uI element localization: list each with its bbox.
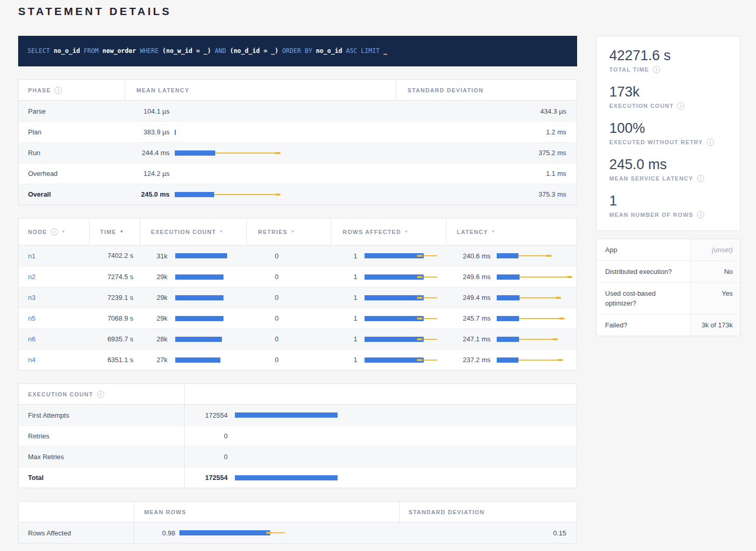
latency-value: 237.2 ms <box>446 356 491 364</box>
execution-count-title-label: EXECUTION COUNT <box>28 391 93 397</box>
rows-header-spacer <box>19 502 134 522</box>
phase-table-header: PHASE i MEAN LATENCY STANDARD DEVIATION <box>19 80 577 101</box>
execution-count-column-header[interactable]: EXECUTION COUNT ▼ <box>141 218 247 245</box>
node-link[interactable]: n3 <box>28 294 35 301</box>
info-icon[interactable]: i <box>97 391 104 398</box>
execution-count-cell: 29k <box>141 273 247 281</box>
rows-affected-cell: 1 <box>331 335 446 343</box>
main-column: SELECT no_o_id FROM new_order WHERE (no_… <box>18 36 577 544</box>
latency-bar <box>175 129 289 136</box>
count-bar <box>235 474 349 481</box>
sort-arrow-icon[interactable]: ▼ <box>119 229 123 234</box>
stat-label-text: EXECUTION COUNT <box>609 103 674 109</box>
sort-arrow-icon[interactable]: ▼ <box>290 229 295 234</box>
time-cell: 7402.2 s <box>90 245 141 266</box>
std-dev-cell: 375.3 ms <box>396 190 577 198</box>
info-icon[interactable]: i <box>54 87 62 94</box>
sql-keyword: SELECT <box>27 47 54 54</box>
sql-identifier: (no_d_id = _) <box>230 47 282 54</box>
latency-cell: 247.1 ms <box>446 335 577 343</box>
node-column-header[interactable]: NODE i ▼ <box>19 218 90 245</box>
execution-count-bar <box>175 294 247 301</box>
rows-affected-column-header[interactable]: ROWS AFFECTED ▼ <box>331 218 446 245</box>
sort-arrow-icon[interactable]: ▼ <box>219 229 223 234</box>
page-title: STATEMENT DETAILS <box>18 5 756 18</box>
execution-count-value: 31k <box>141 252 167 260</box>
latency-bar <box>175 107 289 115</box>
time-cell: 7274.5 s <box>90 267 141 287</box>
sort-arrow-icon[interactable]: ▼ <box>61 229 65 234</box>
node-row: n1 7402.2 s 31k 0 1 240.6 ms <box>19 245 577 266</box>
node-stats-table: NODE i ▼ TIME ▼ EXECUTION COUNT ▼ RETRIE… <box>18 218 577 370</box>
info-icon[interactable]: i <box>697 175 704 182</box>
latency-cell: 249.4 ms <box>446 294 577 301</box>
stat-mean-number-of-rows: 1 MEAN NUMBER OF ROWSi <box>609 193 727 218</box>
table-row: Rows Affected 0.98 0.15 <box>19 522 577 543</box>
attribute-value: No <box>690 261 740 282</box>
stat-execution-count: 173k EXECUTION COUNTi <box>609 84 727 109</box>
rows-affected-value: 1 <box>331 252 357 260</box>
node-row: n6 6935.7 s 28k 0 1 247.1 ms <box>19 328 577 349</box>
latency-column-header[interactable]: LATENCY ▼ <box>446 218 577 245</box>
sort-arrow-icon[interactable]: ▼ <box>404 229 408 234</box>
execution-count-table: EXECUTION COUNT i First Attempts 172554 … <box>18 383 577 488</box>
attribute-label: App <box>597 239 690 260</box>
table-row-overall: Overall 245.0 ms 375.3 ms <box>19 184 577 204</box>
node-link[interactable]: n2 <box>28 273 35 281</box>
time-column-header[interactable]: TIME ▼ <box>90 218 141 245</box>
node-row: n4 6351.1 s 27k 0 1 237.2 ms <box>19 349 577 370</box>
stat-label: MEAN NUMBER OF ROWSi <box>609 211 727 218</box>
info-icon[interactable]: i <box>51 228 58 236</box>
metric-label-cell: Max Retries <box>19 447 185 467</box>
rows-affected-cell: 1 <box>331 273 446 281</box>
phase-cell: Plan <box>19 128 125 136</box>
info-icon[interactable]: i <box>653 66 660 73</box>
rows-affected-value: 1 <box>331 314 357 322</box>
standard-deviation-header-label: STANDARD DEVIATION <box>409 509 484 515</box>
latency-value: 249.4 ms <box>446 294 491 301</box>
info-icon[interactable]: i <box>707 139 714 146</box>
table-row: Overhead 124.2 µs 1.1 ms <box>19 163 577 184</box>
execution-count-value: 29k <box>141 314 167 322</box>
side-column: 42271.6 s TOTAL TIMEi 173k EXECUTION COU… <box>596 36 740 336</box>
mean-latency-cell: 245.0 ms <box>125 190 396 198</box>
mean-latency-cell: 104.1 µs <box>125 107 396 115</box>
statement-attributes-card: App (unset) Distributed execution? No Us… <box>596 239 740 336</box>
stat-label: EXECUTED WITHOUT RETRYi <box>609 139 727 146</box>
latency-bar <box>175 149 289 157</box>
node-cell: n3 <box>19 294 90 301</box>
attribute-row-distributed-execution: Distributed execution? No <box>597 260 740 282</box>
sort-arrow-icon[interactable]: ▼ <box>491 229 495 234</box>
node-link[interactable]: n4 <box>28 356 35 364</box>
retries-column-header[interactable]: RETRIES ▼ <box>247 218 331 245</box>
rows-affected-bar <box>365 252 446 259</box>
info-icon[interactable]: i <box>697 211 704 218</box>
std-dev-cell: 434.3 µs <box>396 107 577 115</box>
phase-header-label: PHASE <box>28 87 51 93</box>
rows-affected-cell: 1 <box>331 314 446 322</box>
mean-latency-cell: 124.2 µs <box>125 170 396 177</box>
execution-count-cell: 29k <box>141 294 247 301</box>
retries-header-label: RETRIES <box>258 229 288 235</box>
rows-affected-cell: 1 <box>331 356 446 364</box>
node-link[interactable]: n6 <box>28 335 35 343</box>
latency-value: 249.6 ms <box>446 273 491 281</box>
time-header-label: TIME <box>100 229 116 235</box>
execution-count-value: 28k <box>141 335 167 343</box>
node-link[interactable]: n1 <box>28 252 35 260</box>
sql-keyword: AND <box>215 47 230 54</box>
std-dev-cell: 0.15 <box>400 529 577 537</box>
execution-count-value: 29k <box>141 294 167 301</box>
metric-label-cell: First Attempts <box>19 405 185 425</box>
metric-label-cell: Retries <box>19 426 185 446</box>
mean-latency-value: 245.0 ms <box>125 190 170 198</box>
page-layout: SELECT no_o_id FROM new_order WHERE (no_… <box>18 36 756 544</box>
mean-latency-value: 124.2 µs <box>125 170 170 177</box>
phase-column-header: PHASE i <box>19 80 125 100</box>
metric-value: 0 <box>185 453 228 461</box>
info-icon[interactable]: i <box>677 102 684 109</box>
mean-rows-header-label: MEAN ROWS <box>144 509 186 515</box>
node-link[interactable]: n5 <box>28 314 35 322</box>
phase-cell: Overall <box>19 190 125 198</box>
table-row: Run 244.4 ms 375.2 ms <box>19 142 577 163</box>
